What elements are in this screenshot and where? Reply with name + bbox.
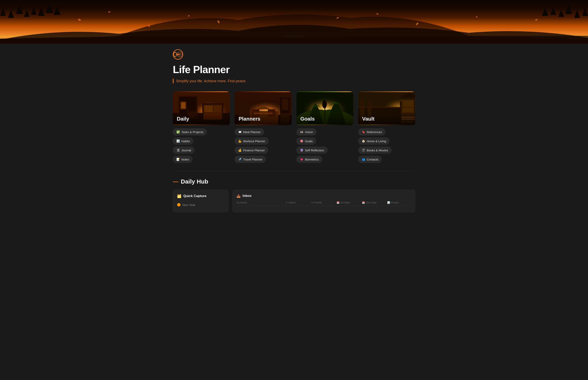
sub-item-home-living[interactable]: 🏠Home & Living — [358, 137, 390, 145]
sub-item-icon-workout-planner: 💪 — [238, 139, 242, 143]
inbox-title: Inbox — [243, 194, 251, 198]
sub-items-planners: 🍽️Meal Planner💪Workout Planner💰Finance P… — [235, 128, 292, 163]
logo-area — [173, 44, 415, 64]
sub-item-icon-home-living: 🏠 — [361, 139, 365, 143]
inbox-panel: 📥 Inbox AaName✦Status⊙Priority📅Do Date📅D… — [232, 190, 415, 212]
sub-item-vision[interactable]: 👁️Vision — [296, 128, 316, 135]
sub-item-icon-journal: 📓 — [176, 148, 180, 152]
svg-rect-28 — [204, 105, 213, 112]
sub-item-label-biometrics: Biometrics — [305, 158, 319, 161]
sub-items-goals: 👁️Vision🎯Goals🔮Self Reflection💗Biometric… — [296, 128, 353, 163]
sub-item-icon-habits: 📊 — [176, 139, 180, 143]
sub-item-icon-self-reflection: 🔮 — [300, 148, 303, 152]
card-label-vault: Vault — [358, 113, 415, 125]
inbox-col-name: AaName — [237, 201, 284, 204]
quick-capture-title: Quick Capture — [183, 194, 206, 198]
sub-item-meal-planner[interactable]: 🍽️Meal Planner — [235, 128, 264, 135]
card-image-daily: Daily — [173, 91, 230, 125]
sub-item-label-self-reflection: Self Reflection — [305, 149, 324, 152]
sub-item-notes[interactable]: 📝Notes — [173, 156, 192, 163]
quick-capture-header: 🗂️ Quick Capture — [177, 194, 224, 198]
sub-item-label-references: References — [367, 130, 382, 134]
app-logo-icon — [173, 49, 183, 60]
new-task-icon: 🟠 — [177, 203, 181, 207]
sub-item-label-tasks-projects: Tasks & Projects — [181, 130, 203, 134]
inbox-icon: 📥 — [237, 194, 241, 198]
hero-banner — [0, 0, 588, 44]
sub-items-vault: 🔖References🏠Home & Living🎬Books & Movies… — [358, 128, 415, 163]
category-card-goals[interactable]: Goals👁️Vision🎯Goals🔮Self Reflection💗Biom… — [296, 91, 353, 163]
section-divider — [173, 171, 415, 171]
page-title: Life Planner — [173, 64, 415, 76]
dash-icon: — — [173, 178, 178, 185]
sub-item-icon-references: 🔖 — [361, 130, 365, 134]
svg-point-46 — [322, 100, 326, 107]
inbox-columns: AaName✦Status⊙Priority📅Do Date📅Due Date📊… — [237, 201, 411, 206]
sub-item-travel-planner[interactable]: ✈️Travel Planner — [235, 156, 266, 163]
sub-item-icon-tasks-projects: ✅ — [176, 130, 180, 134]
sub-item-goals[interactable]: 🎯Goals — [296, 137, 316, 145]
sub-item-label-goals: Goals — [305, 139, 313, 143]
svg-rect-59 — [358, 107, 415, 108]
sub-item-icon-travel-planner: ✈️ — [238, 157, 242, 161]
sub-item-icon-finance-planner: 💰 — [238, 148, 242, 152]
sub-item-label-workout-planner: Workout Planner — [243, 139, 265, 143]
category-card-vault[interactable]: Vault🔖References🏠Home & Living🎬Books & M… — [358, 91, 415, 163]
sub-item-icon-goals: 🎯 — [300, 139, 303, 143]
sub-item-books-movies[interactable]: 🎬Books & Movies — [358, 147, 392, 154]
daily-hub-title: Daily Hub — [181, 178, 208, 185]
sub-item-contacts[interactable]: 👥Contacts — [358, 156, 382, 163]
sub-item-references[interactable]: 🔖References — [358, 128, 385, 135]
sub-item-tasks-projects[interactable]: ✅Tasks & Projects — [173, 128, 207, 135]
sub-item-icon-notes: 📝 — [176, 157, 180, 161]
categories-grid: Daily✅Tasks & Projects📊Habits📓Journal📝No… — [173, 91, 415, 163]
sub-item-label-books-movies: Books & Movies — [367, 149, 388, 152]
sub-items-daily: ✅Tasks & Projects📊Habits📓Journal📝Notes — [173, 128, 230, 163]
inbox-col-priority: ⊙Priority — [311, 201, 335, 204]
sub-item-icon-contacts: 👥 — [361, 157, 365, 161]
new-task-button[interactable]: 🟠 New Task — [177, 201, 195, 208]
sub-item-biometrics[interactable]: 💗Biometrics — [296, 156, 322, 163]
sub-item-workout-planner[interactable]: 💪Workout Planner — [235, 137, 268, 145]
tagline: Simplify your life. Achieve more. Find p… — [173, 79, 415, 83]
sub-item-journal[interactable]: 📓Journal — [173, 147, 194, 154]
card-label-goals: Goals — [296, 113, 353, 125]
category-card-daily[interactable]: Daily✅Tasks & Projects📊Habits📓Journal📝No… — [173, 91, 230, 163]
category-card-planners[interactable]: Planners🍽️Meal Planner💪Workout Planner💰F… — [235, 91, 292, 163]
inbox-col-due-date: 📅Due Date — [362, 201, 386, 204]
inbox-col-project: 📊Project — [387, 201, 411, 204]
quick-capture-panel: 🗂️ Quick Capture 🟠 New Task — [173, 190, 228, 212]
svg-rect-37 — [282, 99, 288, 110]
svg-rect-29 — [214, 105, 221, 112]
page-content: Life Planner Simplify your life. Achieve… — [155, 44, 433, 224]
sub-item-label-contacts: Contacts — [367, 158, 379, 161]
card-label-daily: Daily — [173, 113, 230, 125]
new-task-label: New Task — [182, 203, 195, 207]
sub-item-label-meal-planner: Meal Planner — [243, 130, 261, 134]
inbox-header: 📥 Inbox — [237, 194, 411, 198]
sub-item-label-finance-planner: Finance Planner — [243, 149, 265, 152]
sub-item-self-reflection[interactable]: 🔮Self Reflection — [296, 147, 328, 154]
sub-item-habits[interactable]: 📊Habits — [173, 137, 193, 145]
sub-item-label-notes: Notes — [181, 158, 189, 161]
sub-item-label-habits: Habits — [181, 139, 190, 143]
quick-capture-icon: 🗂️ — [177, 194, 181, 198]
svg-rect-56 — [403, 101, 413, 112]
tagline-bar — [173, 79, 174, 83]
sub-item-label-home-living: Home & Living — [367, 139, 386, 143]
card-label-planners: Planners — [235, 113, 292, 125]
sub-item-label-vision: Vision — [305, 130, 313, 134]
sub-item-icon-vision: 👁️ — [300, 130, 303, 134]
daily-hub-section: — Daily Hub — [173, 178, 415, 185]
svg-point-15 — [179, 54, 180, 55]
card-image-planners: Planners — [235, 91, 292, 125]
sub-item-label-journal: Journal — [181, 149, 191, 152]
sub-item-icon-books-movies: 🎬 — [361, 148, 365, 152]
daily-hub-grid: 🗂️ Quick Capture 🟠 New Task 📥 Inbox AaNa… — [173, 190, 415, 212]
tagline-text: Simplify your life. Achieve more. Find p… — [176, 79, 246, 83]
sub-item-finance-planner[interactable]: 💰Finance Planner — [235, 147, 268, 154]
inbox-col-status: ✦Status — [286, 201, 309, 204]
sub-item-icon-biometrics: 💗 — [300, 157, 303, 161]
sub-item-icon-meal-planner: 🍽️ — [238, 130, 242, 134]
inbox-col-do-date: 📅Do Date — [337, 201, 360, 204]
